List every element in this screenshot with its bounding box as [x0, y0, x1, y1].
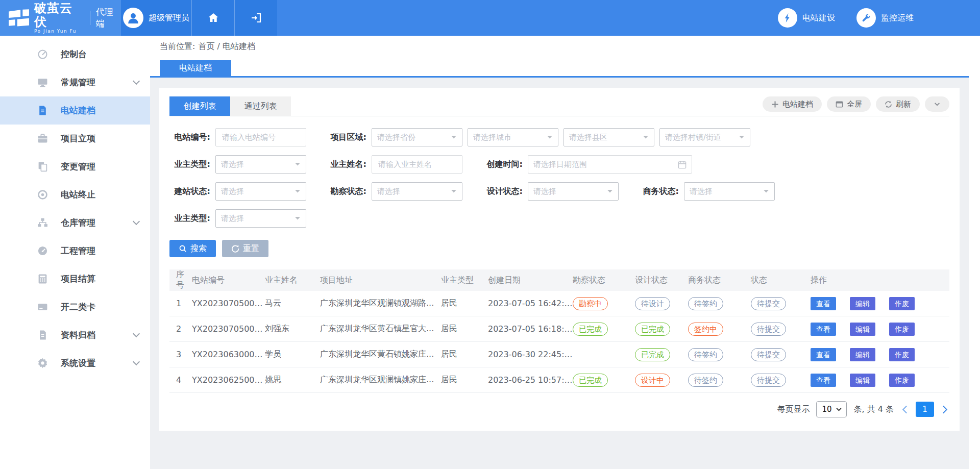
sidebar-item-engineering-mgmt[interactable]: 工程管理 [0, 237, 150, 265]
sidebar-item-data-archive[interactable]: 资料归档 [0, 321, 150, 349]
sidebar-item-change-mgmt[interactable]: 变更管理 [0, 153, 150, 181]
scrollbar-track[interactable] [969, 36, 980, 469]
region-select-group: 请选择省份请选择城市请选择县区请选择村镇/街道 [372, 128, 750, 146]
column-header: 操作 [811, 269, 949, 291]
sidebar-item-system-settings[interactable]: 系统设置 [0, 349, 150, 377]
prev-page-button[interactable] [900, 405, 909, 414]
reset-button[interactable]: 重置 [222, 240, 268, 257]
status-badge: 待设计 [635, 297, 670, 310]
cell-survey-status: 已完成 [573, 367, 635, 393]
void-button[interactable]: 作废 [889, 374, 915, 387]
filter-select-survey-status[interactable]: 请选择 [372, 182, 462, 201]
per-page-select[interactable]: 10 [816, 401, 847, 417]
edit-button[interactable]: 编辑 [850, 297, 875, 310]
sidebar: 控制台常规管理电站建档项目立项变更管理电站终止仓库管理工程管理项目结算开二类卡资… [0, 36, 150, 469]
user-avatar-icon [123, 8, 143, 28]
void-button[interactable]: 作废 [889, 297, 915, 310]
cell-owner-name: 马云 [265, 291, 320, 316]
main-content: 当前位置: 首页 / 电站建档 电站建档 创建列表通过列表 电站建档全屏刷新 电… [150, 36, 969, 469]
status-badge: 已完成 [635, 323, 670, 336]
filter-select-town[interactable]: 请选择村镇/街道 [659, 128, 750, 146]
filter-group-business-status: 商务状态:请选择 [638, 182, 775, 201]
sidebar-item-warehouse-mgmt[interactable]: 仓库管理 [0, 209, 150, 237]
toolbar-create-station-button[interactable]: 电站建档 [763, 96, 822, 112]
edit-button[interactable]: 编辑 [850, 374, 875, 387]
status-badge: 待提交 [751, 323, 786, 336]
table-header-row: 序号电站编号业主姓名项目地址业主类型创建日期勘察状态设计状态商务状态状态操作 [169, 269, 949, 291]
toolbar-collapse-button[interactable] [925, 96, 949, 112]
view-button[interactable]: 查看 [811, 323, 836, 336]
filter-label-project-region: 项目区域: [326, 132, 366, 143]
tab-create-list[interactable]: 创建列表 [169, 96, 230, 116]
view-button[interactable]: 查看 [811, 374, 836, 387]
filter-group-owner-name: 业主姓名: [326, 155, 462, 174]
view-button[interactable]: 查看 [811, 297, 836, 310]
sidebar-item-label: 资料归档 [61, 329, 95, 341]
filter-select-district[interactable]: 请选择县区 [564, 128, 654, 146]
select-placeholder: 请选择 [221, 214, 244, 224]
tab-approved-list[interactable]: 通过列表 [230, 96, 291, 116]
search-icon [179, 244, 187, 253]
sidebar-item-label: 系统设置 [61, 357, 95, 369]
cell-address: 广东深圳龙华区观澜镇观湖路... [320, 291, 441, 316]
sidebar-item-console[interactable]: 控制台 [0, 40, 150, 68]
breadcrumb: 当前位置: 首页 / 电站建档 [150, 36, 969, 57]
logout-button[interactable] [234, 0, 277, 36]
filter-input-station-code-field[interactable] [221, 132, 301, 142]
filter-select-owner-type-2[interactable]: 请选择 [215, 209, 306, 228]
cell-address: 广东深圳龙华区黄石镇星官大... [320, 316, 441, 342]
sidebar-item-project-initiation[interactable]: 项目立项 [0, 125, 150, 153]
column-header: 商务状态 [688, 269, 751, 291]
header-nav-station-build[interactable]: 电站建设 [778, 8, 835, 28]
cell-station-code: YX2023070500011 [192, 291, 265, 316]
toolbar-refresh-button[interactable]: 刷新 [876, 96, 920, 112]
caret-down-icon [763, 189, 769, 193]
sidebar-item-station-termination[interactable]: 电站终止 [0, 181, 150, 209]
sidebar-item-type2-card[interactable]: 开二类卡 [0, 293, 150, 321]
sidebar-item-label: 控制台 [61, 48, 87, 60]
filter-select-city[interactable]: 请选择城市 [468, 128, 558, 146]
filter-select-business-status[interactable]: 请选择 [684, 182, 775, 201]
edit-button[interactable]: 编辑 [850, 323, 875, 336]
cell-address: 广东深圳龙华区观澜镇姚家庄... [320, 367, 441, 393]
void-button[interactable]: 作废 [889, 323, 915, 336]
home-button[interactable] [191, 0, 234, 36]
cell-business-status: 待签约 [688, 367, 751, 393]
status-badge: 签约中 [688, 323, 723, 336]
filter-input-owner-name[interactable] [372, 155, 462, 174]
cell-survey-status [573, 342, 635, 367]
user-menu[interactable]: 超级管理员 [121, 0, 191, 36]
filter-select-province[interactable]: 请选择省份 [372, 128, 462, 146]
current-page-button[interactable]: 1 [916, 402, 934, 417]
cell-status: 待提交 [751, 316, 811, 342]
toolbar-button-label: 电站建档 [782, 100, 813, 109]
toolbar-fullscreen-button[interactable]: 全屏 [827, 96, 871, 112]
sidebar-item-station-archive[interactable]: 电站建档 [0, 96, 150, 125]
filter-input-owner-name-field[interactable] [377, 159, 457, 169]
cell-design-status: 已完成 [635, 316, 688, 342]
cell-address: 广东深圳龙华区黄石镇姚家庄... [320, 342, 441, 367]
sidebar-item-label: 项目立项 [61, 133, 95, 144]
filter-select-owner-type[interactable]: 请选择 [215, 155, 306, 174]
cell-actions: 查看编辑作废 [811, 342, 949, 367]
void-button[interactable]: 作废 [889, 348, 915, 361]
filter-select-build-status[interactable]: 请选择 [215, 182, 306, 201]
edit-button[interactable]: 编辑 [850, 348, 875, 361]
filter-label-station-code: 电站编号: [169, 132, 210, 143]
portal-label: 代理端 [90, 11, 121, 25]
status-badge: 待提交 [751, 348, 786, 361]
filter-select-design-status[interactable]: 请选择 [528, 182, 619, 201]
next-page-button[interactable] [941, 405, 949, 414]
header-nav-monitor-ops[interactable]: 监控运维 [856, 8, 914, 28]
sidebar-item-general-mgmt[interactable]: 常规管理 [0, 68, 150, 96]
cell-design-status: 设计中 [635, 367, 688, 393]
filter-input-station-code[interactable] [215, 128, 306, 146]
search-button[interactable]: 搜索 [169, 240, 216, 257]
sitemap-icon [37, 217, 48, 229]
filter-date-create-time[interactable]: 请选择日期范围 [528, 155, 692, 174]
sidebar-item-project-settlement[interactable]: 项目结算 [0, 265, 150, 293]
page-tab-station-archive[interactable]: 电站建档 [160, 60, 231, 76]
table-row: 3YX2023063000009学员广东深圳龙华区黄石镇姚家庄...居民2023… [169, 342, 949, 367]
view-button[interactable]: 查看 [811, 348, 836, 361]
logo-title: 破茧云伏 [34, 2, 84, 29]
